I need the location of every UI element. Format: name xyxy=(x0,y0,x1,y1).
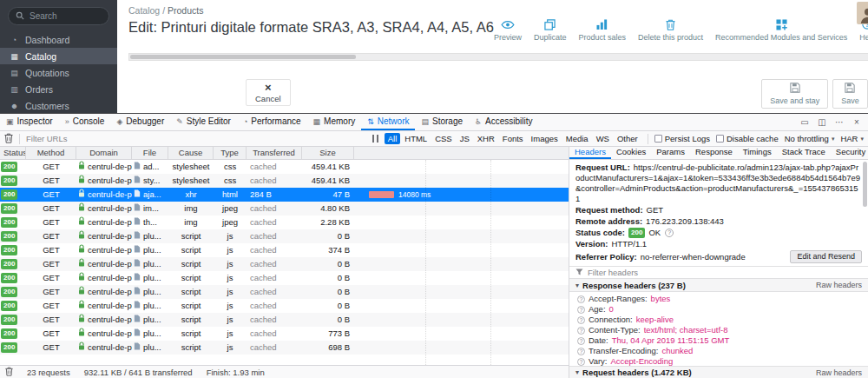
waterfall-cell xyxy=(354,299,569,313)
header-value: chunked xyxy=(661,346,693,356)
help-icon[interactable]: ? xyxy=(665,229,674,237)
pause-icon[interactable] xyxy=(372,135,378,143)
response-header-row[interactable]: ? Accept-Ranges: bytes xyxy=(577,294,868,304)
request-headers-section[interactable]: ▾ Request headers (1.472 KB) Raw headers xyxy=(569,366,868,378)
horizontal-scrollbar[interactable] xyxy=(128,53,868,61)
detail-tab-cookies[interactable]: Cookies xyxy=(611,147,651,159)
raw-headers-toggle[interactable]: Raw headers xyxy=(816,281,862,289)
filter-type-xhr[interactable]: XHR xyxy=(474,133,498,144)
persist-logs-checkbox[interactable]: Persist Logs xyxy=(654,134,710,143)
save-button[interactable]: Save xyxy=(832,79,868,109)
column-transferred[interactable]: Transferred xyxy=(247,147,302,159)
sidebar-item-catalog[interactable]: ▦ Catalog xyxy=(0,48,117,64)
preview-button[interactable]: Preview xyxy=(494,18,522,42)
sidebar-item-dashboard[interactable]: ◔ Dashboard xyxy=(0,31,117,48)
detail-tab-response[interactable]: Response xyxy=(690,147,738,159)
filter-type-css[interactable]: CSS xyxy=(431,133,456,144)
product-sales-button[interactable]: Product sales xyxy=(579,18,627,42)
delete-this-product-button[interactable]: Delete this product xyxy=(638,18,703,42)
column-method[interactable]: Method xyxy=(26,147,76,159)
network-request-row[interactable]: 200 GET centrul-de-pu... aja... xhr html… xyxy=(0,188,569,202)
devtools-tab-console[interactable]: » Console xyxy=(59,114,111,130)
sidebar-item-customers[interactable]: ☻ Customers xyxy=(0,97,117,113)
cancel-button[interactable]: × Cancel xyxy=(246,79,291,106)
network-request-row[interactable]: 200 GET centrul-de-pu... ad... styleshee… xyxy=(0,160,569,174)
response-header-row[interactable]: ? Transfer-Encoding: chunked xyxy=(577,346,868,356)
network-request-row[interactable]: 200 GET centrul-de-pu... plu... script j… xyxy=(0,229,569,243)
column-type[interactable]: Type xyxy=(214,147,247,159)
column-domain[interactable]: Domain xyxy=(76,147,132,159)
devtools-tab-inspector[interactable]: ▣ Inspector xyxy=(0,114,59,130)
devtools-tab-performance[interactable]: ◔ Performance xyxy=(237,114,307,130)
network-request-row[interactable]: 200 GET centrul-de-pu... plu... script j… xyxy=(0,313,569,327)
network-request-row[interactable]: 200 GET centrul-de-pu... plu... script j… xyxy=(0,257,569,271)
network-request-row[interactable]: 200 GET centrul-de-pu... plu... script j… xyxy=(0,327,569,341)
response-header-row[interactable]: ? Date: Thu, 04 Apr 2019 11:51:15 GMT xyxy=(577,335,868,346)
detail-tab-timings[interactable]: Timings xyxy=(738,147,777,159)
filter-type-fonts[interactable]: Fonts xyxy=(499,133,527,144)
header-name: Transfer-Encoding: xyxy=(589,346,658,356)
responsive-mode-icon[interactable]: ▭ xyxy=(797,117,812,127)
lock-icon xyxy=(78,257,85,271)
response-headers-section[interactable]: ▾ Response headers (237 B) Raw headers xyxy=(569,279,868,292)
throttling-dropdown[interactable]: No throttling ▾ xyxy=(785,134,835,143)
sidebar-item-orders[interactable]: ▥ Orders xyxy=(0,81,117,97)
edit-and-resend-button[interactable]: Edit and Resend xyxy=(790,250,862,263)
filter-type-all[interactable]: All xyxy=(385,133,401,144)
recommended-modules-and-services-button[interactable]: Recommended Modules and Services xyxy=(715,18,847,42)
filter-type-media[interactable]: Media xyxy=(562,133,592,144)
filter-type-other[interactable]: Other xyxy=(614,133,641,144)
devtools-tab-memory[interactable]: ▦ Memory xyxy=(307,114,362,130)
network-request-row[interactable]: 200 GET centrul-de-pu... plu... script j… xyxy=(0,285,569,299)
dock-icon[interactable]: ◫ xyxy=(814,117,830,127)
file-icon xyxy=(134,160,141,174)
network-request-row[interactable]: 200 GET centrul-de-pu... plu... script j… xyxy=(0,299,569,313)
sidebar-search-input[interactable]: Search xyxy=(8,7,109,25)
filter-type-js[interactable]: JS xyxy=(457,133,473,144)
filter-type-html[interactable]: HTML xyxy=(401,133,431,144)
scrollbar-thumb[interactable] xyxy=(130,55,356,59)
column-cause[interactable]: Cause xyxy=(168,147,214,159)
devtools-tab-storage[interactable]: ▤ Storage xyxy=(415,114,469,130)
detail-tab-params[interactable]: Params xyxy=(651,147,690,159)
devtools-tab-network[interactable]: ⇅ Network xyxy=(361,114,415,130)
network-request-row[interactable]: 200 GET centrul-de-pu... sty... styleshe… xyxy=(0,174,569,188)
disable-cache-checkbox[interactable]: Disable cache xyxy=(716,134,779,143)
detail-tab-security[interactable]: Security xyxy=(831,147,868,159)
detail-tab-headers[interactable]: Headers xyxy=(569,147,611,159)
network-request-row[interactable]: 200 GET centrul-de-pu... plu... script j… xyxy=(0,243,569,257)
sidebar-item-quotations[interactable]: ▤ Quotations xyxy=(0,64,117,81)
close-devtools-icon[interactable]: × xyxy=(849,117,865,127)
content-area: × Cancel Save and stay Save xyxy=(128,50,868,113)
devtools-tab-debugger[interactable]: ◈ Debugger xyxy=(110,114,170,130)
filter-urls-input[interactable]: Filter URLs xyxy=(26,134,366,143)
column-waterfall[interactable]: 0 ms 40.96 s 1.37 min xyxy=(354,147,569,159)
save-and-stay-button[interactable]: Save and stay xyxy=(761,79,828,109)
devtools-tab-style-editor[interactable]: ✎ Style Editor xyxy=(170,114,237,130)
har-dropdown[interactable]: HAR ▾ xyxy=(840,134,864,143)
detail-scrollbar-thumb[interactable] xyxy=(863,162,867,207)
duplicate-button[interactable]: Duplicate xyxy=(534,18,567,42)
raw-headers-toggle[interactable]: Raw headers xyxy=(816,368,862,377)
network-request-row[interactable]: 200 GET centrul-de-pu... plu... script j… xyxy=(0,271,569,285)
response-header-row[interactable]: ? Age: 0 xyxy=(577,304,868,315)
sidebar-item-label: Dashboard xyxy=(25,35,69,45)
filter-type-ws[interactable]: WS xyxy=(593,133,613,144)
column-file[interactable]: File xyxy=(132,147,168,159)
network-request-row[interactable]: 200 GET centrul-de-pu... plu... script j… xyxy=(0,341,569,355)
network-request-row[interactable]: 200 GET centrul-de-pu... im... img jpeg … xyxy=(0,202,569,216)
response-header-row[interactable]: ? Connection: keep-alive xyxy=(577,315,868,325)
filter-type-images[interactable]: Images xyxy=(528,133,562,144)
devtools-menu-icon[interactable]: ⋯ xyxy=(832,117,847,127)
clear-icon[interactable] xyxy=(5,367,13,378)
network-request-row[interactable]: 200 GET centrul-de-pu... th... img jpeg … xyxy=(0,216,569,229)
clear-requests-icon[interactable] xyxy=(4,133,13,145)
column-status[interactable]: Status xyxy=(0,147,26,159)
devtools-tab-accessibility[interactable]: ♿ Accessibility xyxy=(469,114,539,130)
response-header-row[interactable]: ? Content-Type: text/html; charset=utf-8 xyxy=(577,325,868,335)
filter-headers-input[interactable]: Filter headers xyxy=(569,266,868,279)
avatar[interactable] xyxy=(857,2,868,24)
detail-tab-stack-trace[interactable]: Stack Trace xyxy=(777,147,831,159)
breadcrumb-parent[interactable]: Catalog xyxy=(128,5,160,16)
column-size[interactable]: Size xyxy=(302,147,354,159)
